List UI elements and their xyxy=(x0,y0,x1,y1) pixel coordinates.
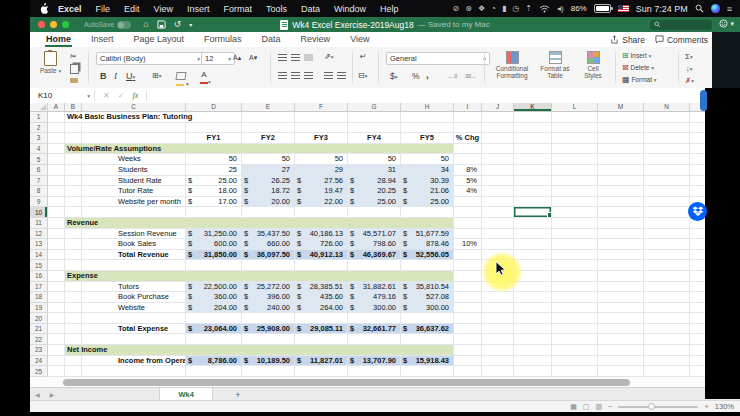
undo-icon[interactable]: ↺ xyxy=(174,20,182,29)
cell-K14[interactable] xyxy=(514,250,552,261)
cell-A22[interactable] xyxy=(48,334,65,345)
format-painter-button[interactable] xyxy=(70,77,78,84)
cell-M18[interactable] xyxy=(598,292,644,303)
column-header-I[interactable]: I xyxy=(454,103,482,112)
cell-F15[interactable] xyxy=(295,260,348,271)
cell-H5[interactable]: 50 xyxy=(401,154,454,165)
cell-J13[interactable] xyxy=(482,239,514,250)
cell-styles-button[interactable]: Cell Styles xyxy=(578,51,608,80)
ribbon-tab-home[interactable]: Home xyxy=(45,32,72,47)
cell-M20[interactable] xyxy=(598,313,644,324)
cell-E5[interactable]: 50 xyxy=(242,154,295,165)
row-header-21[interactable]: 21 xyxy=(30,324,48,335)
cell-E18[interactable]: $396.00 xyxy=(242,292,295,303)
cell-L13[interactable] xyxy=(552,239,598,250)
cell-L20[interactable] xyxy=(552,313,598,324)
add-sheet-button[interactable]: + xyxy=(235,390,240,400)
cell-E2[interactable] xyxy=(242,123,295,134)
cell-G24[interactable]: $13,707.90 xyxy=(348,356,401,367)
row-header-24[interactable]: 24 xyxy=(30,356,48,367)
cell-G18[interactable]: $479.16 xyxy=(348,292,401,303)
cell-D6[interactable]: 25 xyxy=(186,165,242,176)
cell-A23[interactable] xyxy=(48,345,65,356)
cell-M6[interactable] xyxy=(598,165,644,176)
column-header-N[interactable]: N xyxy=(644,103,690,112)
cell-K22[interactable] xyxy=(514,334,552,345)
row-header-6[interactable]: 6 xyxy=(30,165,48,176)
comments-button[interactable]: Comments xyxy=(655,35,708,45)
redo-dropdown-icon[interactable]: ▾ xyxy=(189,22,192,28)
cell-A12[interactable] xyxy=(48,229,65,240)
cell-G17[interactable]: $31,882.61 xyxy=(348,282,401,293)
cell-C6[interactable]: Students xyxy=(82,165,186,176)
cell-D13[interactable]: $600.00 xyxy=(186,239,242,250)
cell-A5[interactable] xyxy=(48,154,65,165)
cell-B15[interactable] xyxy=(65,260,82,271)
cell-I12[interactable] xyxy=(454,229,482,240)
cell-C2[interactable] xyxy=(82,123,186,134)
cell-N10[interactable] xyxy=(644,207,690,218)
cell-L23[interactable] xyxy=(552,345,598,356)
cell-G20[interactable] xyxy=(348,313,401,324)
cell-L3[interactable] xyxy=(552,133,598,144)
cell-B14[interactable] xyxy=(65,250,82,261)
cell-J11[interactable] xyxy=(482,218,514,229)
ribbon-tab-insert[interactable]: Insert xyxy=(90,32,115,47)
cell-N21[interactable] xyxy=(644,324,690,335)
cell-L14[interactable] xyxy=(552,250,598,261)
cell-I15[interactable] xyxy=(454,260,482,271)
cell-B8[interactable] xyxy=(65,186,82,197)
prev-sheet-button[interactable]: ◀ xyxy=(35,391,40,398)
cell-E17[interactable]: $25,272.00 xyxy=(242,282,295,293)
cell-B7[interactable] xyxy=(65,176,82,187)
cell-H15[interactable] xyxy=(401,260,454,271)
ribbon-tab-page-layout[interactable]: Page Layout xyxy=(133,32,186,47)
number-format-select[interactable]: General▾ xyxy=(386,52,490,65)
cell-H18[interactable]: $527.08 xyxy=(401,292,454,303)
cell-G3[interactable]: FY4 xyxy=(348,133,401,144)
horizontal-align-buttons[interactable] xyxy=(278,72,313,79)
menu-item-format[interactable]: Format xyxy=(223,4,252,14)
confirm-entry-icon[interactable]: ✓ xyxy=(118,91,125,100)
cell-L9[interactable] xyxy=(552,197,598,208)
cell-B17[interactable] xyxy=(65,282,82,293)
cell-M2[interactable] xyxy=(598,123,644,134)
cell-F1[interactable] xyxy=(295,112,348,123)
cell-K21[interactable] xyxy=(514,324,552,335)
cell-C15[interactable] xyxy=(82,260,186,271)
cell-I7[interactable]: 5% xyxy=(454,176,482,187)
select-all-corner[interactable] xyxy=(30,103,48,112)
column-header-C[interactable]: C xyxy=(82,103,186,112)
menu-item-view[interactable]: View xyxy=(154,4,173,14)
orientation-button[interactable]: ⇗▾ xyxy=(324,53,333,61)
cell-J15[interactable] xyxy=(482,260,514,271)
menu-item-data[interactable]: Data xyxy=(301,4,320,14)
cell-I19[interactable] xyxy=(454,303,482,314)
cell-A9[interactable] xyxy=(48,197,65,208)
cell-J9[interactable] xyxy=(482,197,514,208)
cell-N23[interactable] xyxy=(644,345,690,356)
cell-F2[interactable] xyxy=(295,123,348,134)
insert-function-button[interactable]: fx xyxy=(132,91,138,100)
vertical-scrollbar-thumb[interactable] xyxy=(700,90,707,111)
menu-item-file[interactable]: File xyxy=(96,4,111,14)
cell-A18[interactable] xyxy=(48,292,65,303)
menu-extras-icons[interactable]: ⊘⊛❖◔▮◷⇡ xyxy=(452,4,532,13)
cell-D22[interactable] xyxy=(186,334,242,345)
cancel-entry-icon[interactable]: ✕ xyxy=(103,91,110,100)
row-header-16[interactable]: 16 xyxy=(30,271,48,282)
cell-A17[interactable] xyxy=(48,282,65,293)
cell-B24[interactable] xyxy=(65,356,82,367)
cell-I22[interactable] xyxy=(454,334,482,345)
cell-N14[interactable] xyxy=(644,250,690,261)
cell-H20[interactable] xyxy=(401,313,454,324)
cell-J16[interactable] xyxy=(482,271,514,282)
cell-E8[interactable]: $18.72 xyxy=(242,186,295,197)
cell-M9[interactable] xyxy=(598,197,644,208)
input-source-flag-icon[interactable] xyxy=(618,5,629,12)
cell-G7[interactable]: $28.94 xyxy=(348,176,401,187)
cell-K25[interactable] xyxy=(514,366,552,377)
indent-buttons[interactable] xyxy=(324,72,346,79)
cell-F24[interactable]: $11,827.01 xyxy=(295,356,348,367)
siri-icon[interactable] xyxy=(711,4,720,13)
